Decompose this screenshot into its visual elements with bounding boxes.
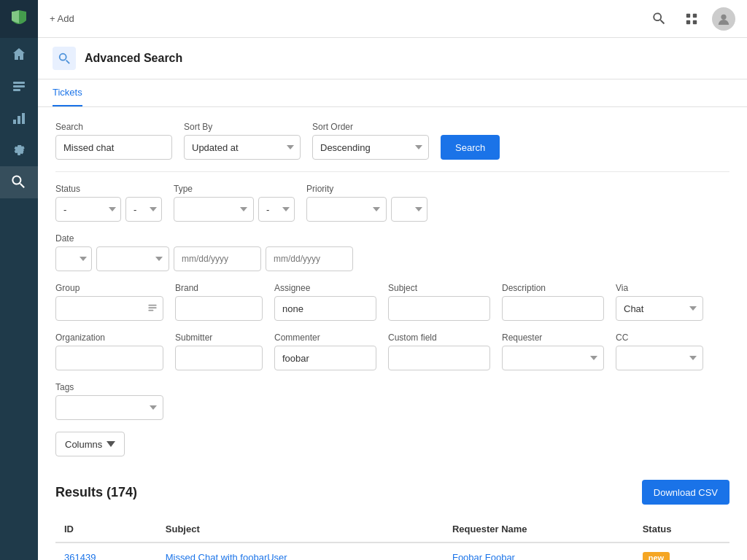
requester-label: Requester xyxy=(502,332,604,343)
organization-group: Organization xyxy=(55,332,163,370)
sort-by-group: Sort By Updated at xyxy=(184,122,301,160)
filter-row-4: Tags xyxy=(55,382,729,420)
logo[interactable] xyxy=(0,0,38,38)
organization-input[interactable] xyxy=(55,346,163,370)
row-requester[interactable]: Foobar Foobar xyxy=(444,542,634,560)
svg-rect-1 xyxy=(13,85,25,88)
main-area: + Add Advanced Search Tickets Search xyxy=(38,0,747,560)
assignee-label: Assignee xyxy=(274,283,376,293)
svg-rect-0 xyxy=(13,82,25,84)
date-type-select[interactable] xyxy=(55,246,92,271)
date-field-select[interactable] xyxy=(96,246,169,271)
custom-field-input[interactable] xyxy=(388,346,490,370)
form-divider xyxy=(55,171,729,172)
submitter-input[interactable] xyxy=(175,346,263,370)
add-button[interactable]: + Add xyxy=(50,13,74,24)
sort-order-label: Sort Order xyxy=(312,122,429,132)
submitter-group: Submitter xyxy=(175,332,263,370)
columns-button[interactable]: Columns xyxy=(55,432,125,456)
topbar-grid-icon[interactable] xyxy=(680,7,703,31)
brand-input[interactable] xyxy=(175,296,263,321)
priority-group: Priority xyxy=(306,184,427,222)
date-to-input[interactable] xyxy=(266,246,353,271)
topbar-search-icon[interactable] xyxy=(648,7,671,31)
row-id[interactable]: 361439 xyxy=(55,542,157,560)
topbar: + Add xyxy=(38,0,747,38)
subject-input[interactable] xyxy=(388,296,490,321)
assignee-group: Assignee xyxy=(274,283,376,321)
cc-select[interactable] xyxy=(616,346,703,370)
description-label: Description xyxy=(502,283,604,293)
results-title-text: Results xyxy=(55,485,103,499)
via-group: Via Chat Email Web API xyxy=(616,283,703,321)
description-group: Description xyxy=(502,283,604,321)
priority-dash-select[interactable] xyxy=(391,197,427,222)
cc-label: CC xyxy=(616,332,703,343)
search-button[interactable]: Search xyxy=(441,135,500,160)
assignee-input[interactable] xyxy=(274,296,376,321)
subject-label: Subject xyxy=(388,283,490,293)
commenter-input[interactable] xyxy=(274,346,376,370)
results-title: Results (174) xyxy=(55,485,137,500)
tabs-bar: Tickets xyxy=(38,79,747,107)
sort-by-label: Sort By xyxy=(184,122,301,132)
search-row: Search Sort By Updated at Sort Order Des… xyxy=(55,122,729,160)
via-select[interactable]: Chat Email Web API xyxy=(616,296,703,321)
type-label: Type xyxy=(174,184,295,194)
requester-group: Requester xyxy=(502,332,604,370)
svg-point-10 xyxy=(721,14,726,19)
priority-select[interactable] xyxy=(306,197,387,222)
organization-label: Organization xyxy=(55,332,163,343)
search-input[interactable] xyxy=(55,135,172,160)
status-badge: new xyxy=(643,552,670,560)
type-select[interactable] xyxy=(174,197,254,222)
col-header-subject: Subject xyxy=(157,516,444,542)
svg-rect-5 xyxy=(22,113,25,124)
sidebar-item-reports[interactable] xyxy=(0,102,38,134)
description-input[interactable] xyxy=(502,296,604,321)
results-header: Results (174) Download CSV xyxy=(55,480,729,505)
date-group: Date xyxy=(55,233,353,271)
custom-field-group: Custom field xyxy=(388,332,490,370)
type-group: Type - xyxy=(174,184,295,222)
tags-select[interactable] xyxy=(55,395,163,420)
svg-rect-8 xyxy=(686,20,690,23)
download-csv-button[interactable]: Download CSV xyxy=(642,480,729,505)
svg-rect-7 xyxy=(693,13,697,17)
requester-select[interactable] xyxy=(502,346,604,370)
row-status: new xyxy=(634,542,729,560)
sort-order-group: Sort Order Descending Ascending xyxy=(312,122,429,160)
status-group: Status - open pending solved closed new … xyxy=(55,184,162,222)
date-from-input[interactable] xyxy=(174,246,261,271)
via-label: Via xyxy=(616,283,703,293)
status-dash-select[interactable]: - xyxy=(125,197,162,222)
sidebar-item-tickets[interactable] xyxy=(0,70,38,102)
svg-rect-6 xyxy=(686,13,690,17)
table-row: 361439 Missed Chat with foobarUser Fooba… xyxy=(55,542,729,560)
search-label: Search xyxy=(55,122,172,132)
col-header-id: ID xyxy=(55,516,157,542)
tab-tickets[interactable]: Tickets xyxy=(53,79,82,106)
status-label: Status xyxy=(55,184,162,194)
col-header-requester: Requester Name xyxy=(444,516,634,542)
svg-rect-13 xyxy=(148,304,156,306)
priority-label: Priority xyxy=(306,184,427,194)
filter-row-3: Organization Submitter Commenter Custom … xyxy=(55,332,729,370)
svg-point-11 xyxy=(60,54,66,61)
sidebar-item-search[interactable] xyxy=(0,166,38,198)
sidebar-item-settings[interactable] xyxy=(0,134,38,166)
svg-rect-3 xyxy=(13,120,16,124)
user-avatar[interactable] xyxy=(712,7,735,31)
custom-field-label: Custom field xyxy=(388,332,490,343)
sidebar xyxy=(0,0,38,560)
svg-rect-2 xyxy=(13,89,20,91)
col-header-status: Status xyxy=(634,516,729,542)
row-subject[interactable]: Missed Chat with foobarUser xyxy=(157,542,444,560)
sort-order-select[interactable]: Descending Ascending xyxy=(312,135,429,160)
status-select[interactable]: - open pending solved closed new xyxy=(55,197,121,222)
sort-by-select[interactable]: Updated at xyxy=(184,135,301,160)
sidebar-item-home[interactable] xyxy=(0,38,38,70)
svg-rect-15 xyxy=(148,309,153,311)
type-dash-select[interactable]: - xyxy=(258,197,295,222)
page-header: Advanced Search xyxy=(38,38,747,79)
